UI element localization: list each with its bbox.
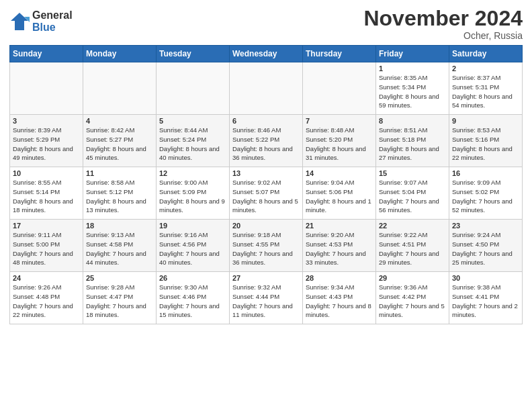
day-number: 28 [306,274,373,282]
day-info: Sunrise: 9:07 AM Sunset: 5:04 PM Dayligh… [379,178,446,215]
calendar-cell: 27Sunrise: 9:32 AM Sunset: 4:44 PM Dayli… [230,272,303,324]
calendar-cell: 20Sunrise: 9:18 AM Sunset: 4:55 PM Dayli… [230,220,303,272]
calendar-body: 1Sunrise: 8:35 AM Sunset: 5:34 PM Daylig… [10,62,523,324]
day-number: 8 [379,117,446,125]
calendar-cell [303,62,376,115]
logo-blue: Blue [32,21,73,34]
day-number: 12 [159,169,226,177]
day-info: Sunrise: 8:44 AM Sunset: 5:24 PM Dayligh… [159,126,226,163]
calendar-week-0: 1Sunrise: 8:35 AM Sunset: 5:34 PM Daylig… [10,62,523,115]
day-number: 16 [452,169,519,177]
calendar-cell: 21Sunrise: 9:20 AM Sunset: 4:53 PM Dayli… [303,220,376,272]
calendar-cell: 1Sunrise: 8:35 AM Sunset: 5:34 PM Daylig… [376,62,449,115]
day-number: 14 [306,169,373,177]
calendar-cell [83,62,157,115]
day-number: 24 [13,274,80,282]
logo: General Blue [9,9,73,33]
day-number: 1 [379,64,446,73]
day-info: Sunrise: 9:00 AM Sunset: 5:09 PM Dayligh… [159,178,226,215]
calendar-cell: 29Sunrise: 9:36 AM Sunset: 4:42 PM Dayli… [376,272,449,324]
calendar-cell: 9Sunrise: 8:53 AM Sunset: 5:16 PM Daylig… [449,115,523,167]
calendar-cell: 3Sunrise: 8:39 AM Sunset: 5:29 PM Daylig… [10,115,83,167]
calendar-cell: 16Sunrise: 9:09 AM Sunset: 5:02 PM Dayli… [449,167,523,220]
day-info: Sunrise: 9:34 AM Sunset: 4:43 PM Dayligh… [306,283,373,320]
day-info: Sunrise: 8:37 AM Sunset: 5:31 PM Dayligh… [452,73,519,110]
day-info: Sunrise: 9:24 AM Sunset: 4:50 PM Dayligh… [452,230,519,267]
day-info: Sunrise: 9:18 AM Sunset: 4:55 PM Dayligh… [232,230,300,267]
calendar-cell: 22Sunrise: 9:22 AM Sunset: 4:51 PM Dayli… [376,220,449,272]
day-info: Sunrise: 9:22 AM Sunset: 4:51 PM Dayligh… [379,230,446,267]
day-info: Sunrise: 9:38 AM Sunset: 4:41 PM Dayligh… [452,283,519,320]
calendar-cell: 23Sunrise: 9:24 AM Sunset: 4:50 PM Dayli… [449,220,523,272]
col-friday: Friday [376,46,449,62]
calendar-cell: 26Sunrise: 9:30 AM Sunset: 4:46 PM Dayli… [157,272,230,324]
day-info: Sunrise: 9:36 AM Sunset: 4:42 PM Dayligh… [379,283,446,320]
day-info: Sunrise: 9:30 AM Sunset: 4:46 PM Dayligh… [159,283,226,320]
col-sunday: Sunday [10,46,83,62]
calendar-cell: 12Sunrise: 9:00 AM Sunset: 5:09 PM Dayli… [157,167,230,220]
day-number: 13 [232,169,300,177]
logo-icon [9,11,30,32]
calendar-cell: 4Sunrise: 8:42 AM Sunset: 5:27 PM Daylig… [83,115,157,167]
day-info: Sunrise: 8:48 AM Sunset: 5:20 PM Dayligh… [306,126,373,163]
col-thursday: Thursday [303,46,376,62]
calendar-cell: 5Sunrise: 8:44 AM Sunset: 5:24 PM Daylig… [157,115,230,167]
day-number: 27 [232,274,300,282]
day-number: 4 [86,117,153,125]
day-number: 17 [13,222,80,230]
day-number: 20 [232,222,300,230]
calendar-cell [230,62,303,115]
day-number: 3 [13,117,80,125]
day-info: Sunrise: 9:26 AM Sunset: 4:48 PM Dayligh… [13,283,80,320]
day-info: Sunrise: 9:02 AM Sunset: 5:07 PM Dayligh… [232,178,300,215]
calendar-cell [10,62,83,115]
calendar-cell: 13Sunrise: 9:02 AM Sunset: 5:07 PM Dayli… [230,167,303,220]
calendar-cell: 11Sunrise: 8:58 AM Sunset: 5:12 PM Dayli… [83,167,157,220]
calendar-cell: 6Sunrise: 8:46 AM Sunset: 5:22 PM Daylig… [230,115,303,167]
calendar-cell: 30Sunrise: 9:38 AM Sunset: 4:41 PM Dayli… [449,272,523,324]
day-info: Sunrise: 9:16 AM Sunset: 4:56 PM Dayligh… [159,230,226,267]
day-info: Sunrise: 9:04 AM Sunset: 5:06 PM Dayligh… [306,178,373,215]
calendar-cell: 14Sunrise: 9:04 AM Sunset: 5:06 PM Dayli… [303,167,376,220]
calendar-header: Sunday Monday Tuesday Wednesday Thursday… [10,46,523,62]
day-number: 21 [306,222,373,230]
day-info: Sunrise: 9:09 AM Sunset: 5:02 PM Dayligh… [452,178,519,215]
calendar-cell [157,62,230,115]
day-number: 29 [379,274,446,282]
title-section: November 2024 Ocher, Russia [363,7,523,41]
day-info: Sunrise: 8:55 AM Sunset: 5:14 PM Dayligh… [13,178,80,215]
day-info: Sunrise: 9:28 AM Sunset: 4:47 PM Dayligh… [86,283,153,320]
header-row: Sunday Monday Tuesday Wednesday Thursday… [10,46,523,62]
day-info: Sunrise: 8:58 AM Sunset: 5:12 PM Dayligh… [86,178,153,215]
col-tuesday: Tuesday [157,46,230,62]
day-info: Sunrise: 9:11 AM Sunset: 5:00 PM Dayligh… [13,230,80,267]
day-info: Sunrise: 8:46 AM Sunset: 5:22 PM Dayligh… [232,126,300,163]
calendar-cell: 2Sunrise: 8:37 AM Sunset: 5:31 PM Daylig… [449,62,523,115]
col-wednesday: Wednesday [230,46,303,62]
calendar-week-2: 10Sunrise: 8:55 AM Sunset: 5:14 PM Dayli… [10,167,523,220]
day-number: 30 [452,274,519,282]
logo-text: General Blue [32,9,73,33]
day-number: 10 [13,169,80,177]
day-number: 22 [379,222,446,230]
day-info: Sunrise: 9:32 AM Sunset: 4:44 PM Dayligh… [232,283,300,320]
day-number: 25 [86,274,153,282]
day-number: 26 [159,274,226,282]
day-info: Sunrise: 8:35 AM Sunset: 5:34 PM Dayligh… [379,73,446,110]
col-saturday: Saturday [449,46,523,62]
calendar-cell: 7Sunrise: 8:48 AM Sunset: 5:20 PM Daylig… [303,115,376,167]
calendar-cell: 18Sunrise: 9:13 AM Sunset: 4:58 PM Dayli… [83,220,157,272]
calendar-cell: 28Sunrise: 9:34 AM Sunset: 4:43 PM Dayli… [303,272,376,324]
day-number: 6 [232,117,300,125]
calendar-week-3: 17Sunrise: 9:11 AM Sunset: 5:00 PM Dayli… [10,220,523,272]
location: Ocher, Russia [363,30,523,41]
day-number: 2 [452,64,519,73]
header: General Blue November 2024 Ocher, Russia [9,7,523,41]
day-info: Sunrise: 9:13 AM Sunset: 4:58 PM Dayligh… [86,230,153,267]
day-number: 11 [86,169,153,177]
calendar-week-1: 3Sunrise: 8:39 AM Sunset: 5:29 PM Daylig… [10,115,523,167]
month-title: November 2024 [363,7,523,30]
calendar-table: Sunday Monday Tuesday Wednesday Thursday… [9,45,523,324]
day-info: Sunrise: 9:20 AM Sunset: 4:53 PM Dayligh… [306,230,373,267]
calendar-cell: 24Sunrise: 9:26 AM Sunset: 4:48 PM Dayli… [10,272,83,324]
